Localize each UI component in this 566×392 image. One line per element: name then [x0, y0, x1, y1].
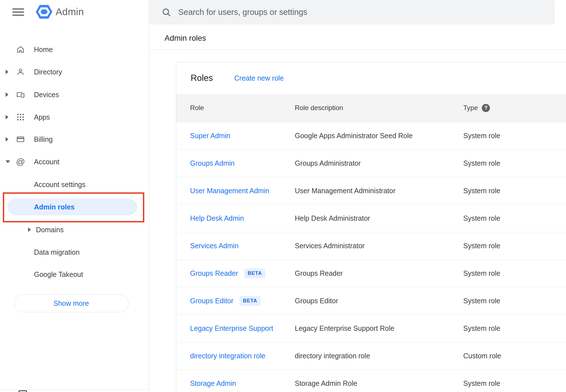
admin-logo-icon	[35, 4, 53, 19]
column-header-type-label: Type	[463, 104, 478, 112]
app-title: Admin	[56, 6, 84, 17]
table-row: Groups Reader BETA Groups Reader System …	[176, 259, 566, 287]
sidebar-item-domains[interactable]: Domains	[0, 221, 144, 239]
at-sign-icon: @	[16, 157, 25, 167]
card-title: Roles	[191, 73, 213, 83]
column-header-role: Role	[176, 104, 295, 112]
role-link[interactable]: directory integration role	[190, 352, 265, 360]
sidebar-item-apps[interactable]: Apps	[0, 108, 144, 126]
role-type: System role	[463, 159, 566, 167]
sidebar-item-data-migration[interactable]: Data migration	[0, 243, 144, 261]
role-cell: Services Admin	[176, 242, 295, 250]
sidebar-item-devices[interactable]: Devices	[0, 86, 144, 104]
roles-table-body: Super Admin Google Apps Administrator Se…	[176, 122, 566, 392]
role-link[interactable]: Help Desk Admin	[190, 214, 244, 222]
sidebar-item-label: Directory	[34, 68, 62, 76]
role-type: System role	[463, 379, 566, 388]
sidebar-item-account[interactable]: @ Account	[0, 153, 144, 171]
expand-right-icon[interactable]	[6, 70, 8, 74]
sidebar-item-label: Billing	[34, 135, 53, 143]
role-type: System role	[463, 242, 566, 250]
table-row: Storage Admin Storage Admin Role System …	[176, 370, 566, 392]
role-description: User Management Administrator	[295, 187, 463, 195]
home-icon	[16, 45, 25, 54]
sidebar-item-home[interactable]: Home	[0, 40, 144, 58]
beta-badge: BETA	[244, 268, 265, 278]
sidebar-divider	[0, 389, 149, 389]
table-row: Groups Editor BETA Groups Editor System …	[176, 287, 566, 314]
search-input[interactable]: Search for users, groups or settings	[149, 0, 555, 24]
role-link[interactable]: Groups Admin	[190, 159, 234, 167]
table-header-row: Role Role description Type ?	[176, 94, 566, 122]
role-cell: directory integration role	[176, 352, 295, 360]
role-description: Groups Administrator	[295, 159, 463, 167]
header-divider	[149, 49, 566, 50]
role-link[interactable]: Groups Editor	[190, 297, 233, 305]
sidebar-item-label: Admin roles	[34, 203, 74, 211]
role-type: System role	[463, 324, 566, 332]
sidebar-item-label: Apps	[34, 113, 50, 121]
table-row: Groups Admin Groups Administrator System…	[176, 149, 566, 177]
sidebar-item-admin-roles[interactable]: Admin roles	[0, 198, 144, 216]
role-link[interactable]: Super Admin	[190, 132, 230, 140]
role-cell: User Management Admin	[176, 187, 295, 195]
sidebar: Admin Home Directory Devices A	[0, 0, 149, 392]
sidebar-item-account-settings[interactable]: Account settings	[0, 176, 144, 193]
expand-right-icon[interactable]	[28, 227, 31, 232]
role-description: Legacy Enterprise Support Role	[295, 324, 463, 332]
role-description: Groups Reader	[295, 269, 463, 277]
menu-icon[interactable]	[12, 8, 24, 16]
sidebar-item-label: Data migration	[34, 248, 80, 256]
apps-grid-icon	[16, 112, 25, 122]
role-cell: Storage Admin	[176, 379, 295, 388]
expand-right-icon[interactable]	[6, 92, 8, 97]
role-description: directory integration role	[295, 352, 463, 360]
breadcrumb: Admin roles	[165, 34, 206, 43]
expand-right-icon[interactable]	[6, 137, 8, 142]
role-description: Help Desk Administrator	[295, 214, 463, 222]
sidebar-item-label: Domains	[36, 226, 64, 234]
table-row: directory integration role directory int…	[176, 342, 566, 370]
role-link[interactable]: Groups Reader	[190, 269, 238, 277]
devices-icon	[16, 90, 25, 99]
role-cell: Help Desk Admin	[176, 214, 295, 222]
role-type: System role	[463, 269, 566, 277]
role-description: Groups Editor	[295, 297, 463, 305]
collapse-down-icon[interactable]	[6, 160, 10, 163]
expand-right-icon[interactable]	[6, 115, 8, 119]
create-new-role-link[interactable]: Create new role	[234, 74, 284, 82]
sidebar-item-label: Account	[34, 158, 59, 166]
role-type: System role	[463, 187, 566, 195]
search-icon	[161, 7, 172, 17]
column-header-description: Role description	[295, 104, 463, 112]
show-more-button[interactable]: Show more	[14, 295, 129, 312]
sidebar-item-billing[interactable]: Billing	[0, 130, 144, 148]
main-content: Search for users, groups or settings Adm…	[149, 0, 566, 392]
search-placeholder: Search for users, groups or settings	[178, 8, 307, 17]
table-row: Super Admin Google Apps Administrator Se…	[176, 122, 566, 149]
table-row: Help Desk Admin Help Desk Administrator …	[176, 204, 566, 232]
roles-card: Roles Create new role Role Role descript…	[176, 62, 566, 392]
sidebar-item-directory[interactable]: Directory	[0, 63, 144, 81]
role-link[interactable]: Services Admin	[190, 242, 238, 250]
role-cell: Groups Reader BETA	[176, 268, 295, 278]
sidebar-item-google-takeout[interactable]: Google Takeout	[0, 265, 144, 283]
sidebar-item-label: Account settings	[34, 181, 85, 189]
sidebar-item-label: Google Takeout	[34, 270, 83, 279]
beta-badge: BETA	[239, 296, 261, 306]
role-type: Custom role	[463, 352, 566, 360]
role-description: Services Administrator	[295, 242, 463, 250]
role-link[interactable]: Legacy Enterprise Support	[190, 324, 273, 332]
sidebar-item-label: Home	[34, 45, 53, 54]
help-icon[interactable]: ?	[482, 104, 490, 112]
role-type: System role	[463, 214, 566, 222]
table-row: Legacy Enterprise Support Legacy Enterpr…	[176, 314, 566, 342]
partial-cutoff-icon	[19, 390, 27, 392]
role-cell: Groups Admin	[176, 159, 295, 167]
column-header-type: Type ?	[463, 104, 566, 112]
role-type: System role	[463, 132, 566, 140]
role-cell: Groups Editor BETA	[176, 296, 295, 306]
role-cell: Legacy Enterprise Support	[176, 324, 295, 332]
role-link[interactable]: Storage Admin	[190, 379, 236, 388]
role-link[interactable]: User Management Admin	[190, 187, 269, 195]
